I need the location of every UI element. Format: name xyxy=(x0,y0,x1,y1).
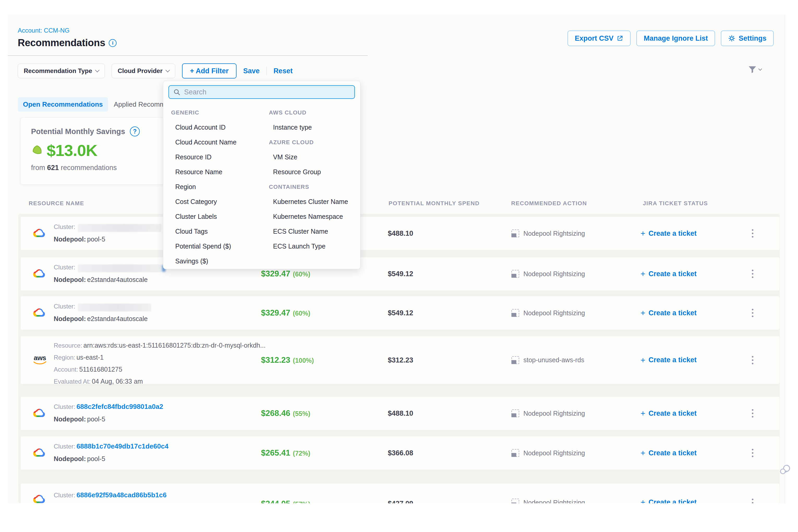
filter-option-cloud-account-name[interactable]: Cloud Account Name xyxy=(169,138,236,146)
nodepool-label: Nodepool: xyxy=(54,455,86,462)
table-row[interactable]: Cluster: Nodepool: e2standar4autoscale $… xyxy=(20,296,780,330)
recommended-action-cell: stop-unused-aws-rds xyxy=(511,356,584,364)
filter-option-vm-size[interactable]: VM Size xyxy=(266,153,297,161)
create-ticket-button[interactable]: +Create a ticket xyxy=(641,498,697,503)
add-filter-dropdown: GENERIC AWS CLOUD Cloud Account ID Insta… xyxy=(163,81,360,269)
row-menu-button[interactable] xyxy=(750,447,755,459)
filter-option-cloud-account-id[interactable]: Cloud Account ID xyxy=(169,124,226,131)
redacted-cluster-name xyxy=(78,224,162,232)
help-icon[interactable]: ? xyxy=(130,127,140,136)
app-panel: Account: CCM-NG Recommendations i Export… xyxy=(8,14,785,503)
recommendation-type-filter[interactable]: Recommendation Type xyxy=(18,64,105,78)
settings-button[interactable]: Settings xyxy=(721,31,774,46)
recommended-action-cell: Nodepool Rightsizing xyxy=(511,449,585,457)
row-menu-button[interactable] xyxy=(750,355,755,366)
filter-option-resource-name[interactable]: Resource Name xyxy=(169,168,223,176)
savings-cell: $329.47(60%) xyxy=(261,269,310,279)
row-menu-button[interactable] xyxy=(750,268,755,280)
nodepool-label: Nodepool: xyxy=(54,415,86,423)
cluster-label: Cluster: xyxy=(54,303,75,310)
filter-section-containers: CONTAINERS xyxy=(266,184,309,190)
filter-panel-toggle[interactable] xyxy=(748,65,761,74)
evaluated-at-value: 04 Aug, 06:33 am xyxy=(92,378,143,385)
table-row[interactable]: Cluster: 6888b1c70e49db17c1de60c4 Nodepo… xyxy=(20,436,780,470)
create-ticket-button[interactable]: +Create a ticket xyxy=(641,229,697,238)
save-filter-link[interactable]: Save xyxy=(243,67,260,75)
support-chat-button[interactable] xyxy=(778,463,792,477)
cluster-label: Cluster: xyxy=(54,223,75,230)
savings-cell: $329.47(60%) xyxy=(261,308,310,318)
info-icon[interactable]: i xyxy=(109,39,117,47)
nodepool-value: e2standar4autoscale xyxy=(87,315,148,322)
filter-option-region[interactable]: Region xyxy=(169,183,196,191)
filter-option-ecs-cluster-name[interactable]: ECS Cluster Name xyxy=(266,228,328,235)
filter-option-resource-id[interactable]: Resource ID xyxy=(169,153,211,161)
filter-option-kubernetes-namespace[interactable]: Kubernetes Namespace xyxy=(266,213,343,220)
create-ticket-button[interactable]: +Create a ticket xyxy=(641,270,697,278)
table-row[interactable]: Cluster: 688c2fefc84fbdc99801a0a2 Nodepo… xyxy=(20,396,780,430)
tab-open-recommendations[interactable]: Open Recommendations xyxy=(18,97,108,112)
filter-option-resource-group[interactable]: Resource Group xyxy=(266,168,321,176)
gcp-icon xyxy=(33,448,46,458)
chevron-down-icon xyxy=(166,68,170,73)
filter-option-cluster-labels[interactable]: Cluster Labels xyxy=(169,213,217,220)
chevron-down-icon xyxy=(758,67,762,71)
manage-ignore-list-button[interactable]: Manage Ignore List xyxy=(636,31,715,46)
filter-option-savings[interactable]: Savings ($) xyxy=(169,258,208,265)
cloud-provider-filter[interactable]: Cloud Provider xyxy=(112,64,175,78)
table-row[interactable]: Cluster: 6886e92f59a48cad86b5b1c6 $244.0… xyxy=(20,483,780,503)
table-row[interactable]: aws Resource: arn:aws:rds:us-east-1:5116… xyxy=(20,336,780,384)
gcp-icon xyxy=(33,228,46,239)
cluster-label: Cluster: xyxy=(54,264,75,271)
page-title: Recommendations xyxy=(18,37,105,49)
row-menu-button[interactable] xyxy=(750,228,755,239)
settings-label: Settings xyxy=(739,34,766,42)
filter-option-instance-type[interactable]: Instance type xyxy=(266,124,312,131)
rightsizing-icon xyxy=(511,229,519,237)
create-ticket-button[interactable]: +Create a ticket xyxy=(641,309,697,317)
reset-filter-link[interactable]: Reset xyxy=(273,67,293,75)
filter-bar: Recommendation Type Cloud Provider + Add… xyxy=(18,63,292,78)
filter-search[interactable] xyxy=(169,85,355,99)
add-filter-button[interactable]: + Add Filter xyxy=(182,63,236,78)
filter-option-cloud-tags[interactable]: Cloud Tags xyxy=(169,228,208,235)
create-ticket-button[interactable]: +Create a ticket xyxy=(641,449,697,457)
recommended-action-cell: Nodepool Rightsizing xyxy=(511,410,585,417)
filter-section-azure-cloud: AZURE CLOUD xyxy=(266,139,314,146)
table-row[interactable]: Cluster: Nodepool: pool-5 $488.10 Nodepo… xyxy=(20,216,780,250)
cluster-link[interactable]: 6888b1c70e49db17c1de60c4 xyxy=(76,442,169,450)
spend-cell: $427.09 xyxy=(388,500,413,503)
rightsizing-icon xyxy=(511,309,519,317)
gcp-icon xyxy=(33,268,46,279)
cluster-link[interactable]: 6886e92f59a48cad86b5b1c6 xyxy=(76,491,167,499)
aws-icon: aws xyxy=(33,355,47,366)
recommended-action-cell: Nodepool Rightsizing xyxy=(511,229,585,237)
create-ticket-button[interactable]: +Create a ticket xyxy=(641,356,697,364)
recommended-action-cell: Nodepool Rightsizing xyxy=(511,270,585,278)
recommendation-type-label: Recommendation Type xyxy=(24,67,92,75)
table-row[interactable]: Cluster: Nodepool: e2standar4autoscale $… xyxy=(20,257,780,291)
account-value: 511616801275 xyxy=(79,366,122,373)
savings-cell: $312.23(100%) xyxy=(261,356,314,365)
export-csv-button[interactable]: Export CSV xyxy=(568,31,631,46)
filter-option-kubernetes-cluster-name[interactable]: Kubernetes Cluster Name xyxy=(266,198,348,206)
column-header-potential-monthly-spend: POTENTIAL MONTHLY SPEND xyxy=(388,200,480,207)
cluster-link[interactable]: 688c2fefc84fbdc99801a0a2 xyxy=(76,403,163,411)
external-link-icon xyxy=(616,35,623,42)
row-menu-button[interactable] xyxy=(750,497,755,503)
account-breadcrumb[interactable]: Account: CCM-NG xyxy=(18,27,70,34)
filter-search-input[interactable] xyxy=(184,88,350,96)
resource-value: arn:aws:rds:us-east-1:511616801275:db:zn… xyxy=(83,342,266,349)
spend-cell: $549.12 xyxy=(388,309,413,317)
recommended-action-cell: Nodepool Rightsizing xyxy=(511,309,585,317)
savings-cell: $268.46(55%) xyxy=(261,408,310,418)
create-ticket-button[interactable]: +Create a ticket xyxy=(641,409,697,418)
spend-cell: $488.10 xyxy=(388,410,413,418)
region-label: Region: xyxy=(54,354,75,361)
filter-option-ecs-launch-type[interactable]: ECS Launch Type xyxy=(266,243,325,250)
row-menu-button[interactable] xyxy=(750,307,755,319)
row-menu-button[interactable] xyxy=(750,407,755,419)
filter-option-potential-spend[interactable]: Potential Spend ($) xyxy=(169,243,231,250)
savings-cell: $244.05(57%) xyxy=(261,499,310,503)
filter-option-cost-category[interactable]: Cost Category xyxy=(169,198,217,206)
